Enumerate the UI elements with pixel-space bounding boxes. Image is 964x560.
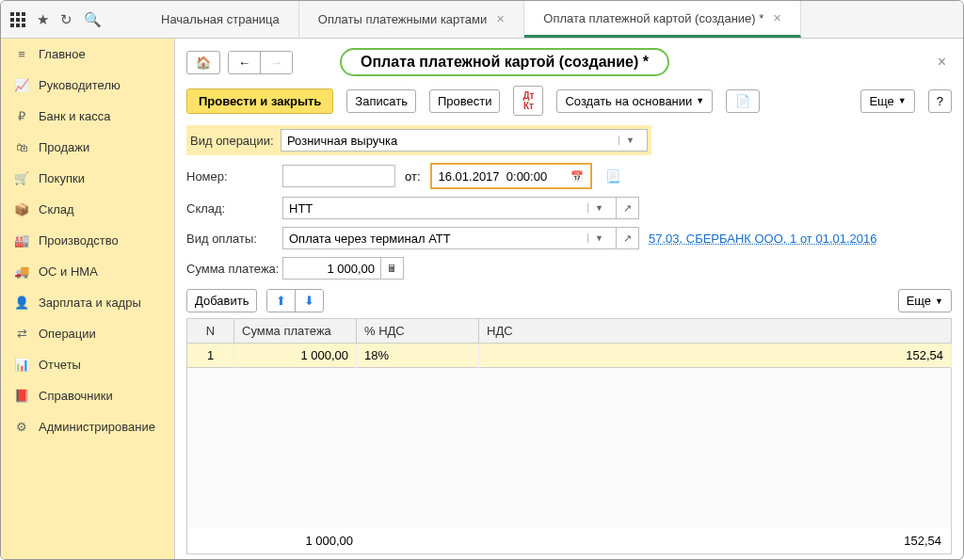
chevron-down-icon: ▼: [898, 96, 907, 105]
move-down-button[interactable]: ⬇: [296, 290, 323, 312]
help-button[interactable]: ?: [928, 89, 952, 113]
create-based-button[interactable]: Создать на основании ▼: [556, 89, 713, 113]
cell-amount: 1 000,00: [234, 344, 357, 368]
table-more-button[interactable]: Еще ▼: [898, 289, 952, 312]
tab-card-payments[interactable]: Оплаты платежными картами✕: [299, 1, 524, 38]
col-vat-pct[interactable]: % НДС: [357, 319, 479, 344]
op-type-value: Розничная выручка: [287, 134, 397, 148]
debit-credit-button[interactable]: ДтКт: [513, 86, 543, 116]
button-label: Создать на основании: [565, 94, 692, 108]
chevron-down-icon[interactable]: ▼: [587, 233, 610, 243]
sidebar-item-label: ОС и НМА: [39, 264, 98, 279]
op-type-label: Вид операции:: [190, 134, 281, 148]
sidebar-item-warehouse[interactable]: 📦Склад: [1, 194, 174, 225]
top-bar: ★ ↻ 🔍 Начальная страница Оплаты платежны…: [1, 1, 963, 39]
calculator-icon[interactable]: 🖩: [381, 257, 404, 280]
sidebar-item-label: Покупки: [39, 171, 85, 185]
save-button[interactable]: Записать: [346, 89, 416, 113]
warehouse-select[interactable]: НТТ ▼: [282, 197, 617, 219]
more-button[interactable]: Еще ▼: [860, 89, 914, 113]
person-icon: 👤: [14, 296, 29, 310]
table-empty-area[interactable]: [186, 368, 952, 528]
book-icon: 📕: [14, 389, 29, 403]
forward-button[interactable]: →: [261, 52, 292, 73]
sidebar-item-label: Операции: [39, 327, 96, 341]
date-input[interactable]: [433, 166, 565, 186]
page-title: Оплата платежной картой (создание) *: [340, 48, 669, 76]
sidebar-item-references[interactable]: 📕Справочники: [1, 380, 174, 411]
cell-n: 1: [187, 344, 234, 368]
open-ref-button[interactable]: ↗: [617, 227, 639, 249]
chart-icon: 📈: [14, 78, 29, 92]
content-area: 🏠 ← → Оплата платежной картой (создание)…: [175, 39, 963, 559]
close-icon[interactable]: ✕: [773, 12, 781, 24]
sidebar-item-label: Справочники: [39, 389, 113, 403]
chevron-down-icon[interactable]: ▼: [587, 203, 610, 213]
sidebar: ≡Главное 📈Руководителю ₽Банк и касса 🛍Пр…: [1, 39, 175, 559]
history-icon[interactable]: ↻: [60, 11, 72, 28]
nav-buttons: ← →: [228, 51, 293, 74]
table-row[interactable]: 1 1 000,00 18% 152,54: [187, 344, 952, 368]
tab-card-payment-create[interactable]: Оплата платежной картой (создание) *✕: [524, 1, 801, 38]
chevron-down-icon: ▼: [935, 296, 943, 306]
sidebar-item-bank[interactable]: ₽Банк и касса: [1, 101, 174, 132]
tab-label: Оплата платежной картой (создание) *: [543, 11, 763, 25]
bag-icon: 🛍: [14, 140, 29, 154]
post-and-close-button[interactable]: Провести и закрыть: [186, 88, 333, 114]
post-button[interactable]: Провести: [429, 89, 501, 113]
factory-icon: 🏭: [14, 233, 29, 248]
tab-label: Оплаты платежными картами: [318, 12, 487, 26]
op-type-select[interactable]: Розничная выручка ▼: [281, 129, 648, 152]
tab-home[interactable]: Начальная страница: [142, 1, 299, 38]
home-button[interactable]: 🏠: [186, 51, 220, 74]
close-page-button[interactable]: ×: [932, 54, 952, 71]
sidebar-item-hr[interactable]: 👤Зарплата и кадры: [1, 287, 174, 318]
back-button[interactable]: ←: [229, 52, 261, 73]
sidebar-item-sales[interactable]: 🛍Продажи: [1, 132, 174, 163]
sidebar-item-main[interactable]: ≡Главное: [1, 39, 174, 70]
sidebar-item-purchases[interactable]: 🛒Покупки: [1, 163, 174, 194]
sidebar-item-reports[interactable]: 📊Отчеты: [1, 349, 174, 380]
sidebar-item-label: Производство: [39, 233, 119, 248]
sidebar-item-assets[interactable]: 🚚ОС и НМА: [1, 256, 174, 287]
attachments-button[interactable]: 📄: [726, 89, 760, 113]
footer-amount: 1 000,00: [238, 530, 361, 552]
cart-icon: 🛒: [14, 171, 29, 185]
open-ref-button[interactable]: ↗: [617, 197, 639, 219]
bars-icon: 📊: [14, 358, 29, 372]
button-label: Еще: [869, 94, 893, 108]
sidebar-item-label: Банк и касса: [39, 109, 111, 123]
ruble-icon: ₽: [14, 109, 29, 123]
amount-input[interactable]: [282, 257, 381, 280]
calendar-icon[interactable]: 📅: [565, 166, 589, 186]
gear-icon: ⚙: [14, 420, 29, 434]
close-icon[interactable]: ✕: [496, 13, 505, 25]
account-link[interactable]: 57.03, СБЕРБАНК ООО, 1 от 01.01.2016: [649, 232, 876, 246]
sidebar-item-manager[interactable]: 📈Руководителю: [1, 70, 174, 101]
col-n[interactable]: N: [187, 319, 234, 344]
sidebar-item-label: Отчеты: [39, 358, 81, 372]
chevron-down-icon: ▼: [696, 96, 704, 105]
move-up-button[interactable]: ⬆: [267, 290, 296, 312]
truck-icon: 🚚: [14, 264, 29, 279]
sidebar-item-operations[interactable]: ⇄Операции: [1, 318, 174, 349]
sidebar-item-label: Главное: [39, 47, 86, 61]
col-amount[interactable]: Сумма платежа: [234, 319, 357, 344]
row-move-buttons: ⬆ ⬇: [266, 289, 324, 312]
box-icon: 📦: [14, 202, 29, 216]
number-input[interactable]: [282, 165, 395, 187]
payments-table: N Сумма платежа % НДС НДС 1 1 000,00 18%…: [186, 318, 952, 368]
add-row-button[interactable]: Добавить: [186, 289, 257, 312]
sidebar-item-label: Руководителю: [39, 78, 120, 92]
chevron-down-icon[interactable]: ▼: [619, 136, 641, 145]
apps-icon[interactable]: [10, 12, 25, 27]
print-form-icon[interactable]: 📃: [605, 169, 620, 184]
sidebar-item-production[interactable]: 🏭Производство: [1, 225, 174, 256]
warehouse-value: НТТ: [289, 201, 313, 216]
search-icon[interactable]: 🔍: [84, 11, 102, 28]
star-icon[interactable]: ★: [37, 11, 49, 28]
col-vat[interactable]: НДС: [479, 319, 952, 344]
sidebar-item-admin[interactable]: ⚙Администрирование: [1, 411, 174, 442]
pay-type-select[interactable]: Оплата через терминал АТТ ▼: [282, 227, 617, 249]
sidebar-item-label: Продажи: [39, 140, 89, 154]
